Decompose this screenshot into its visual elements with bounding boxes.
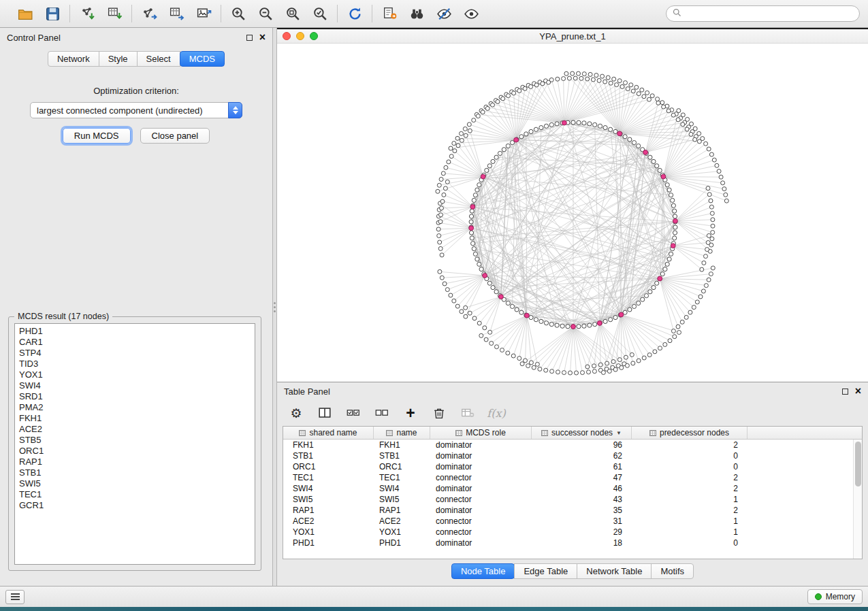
- column-grid-icon: [455, 430, 462, 436]
- network-window: YPA_prune.txt_1: [277, 28, 868, 382]
- table-row[interactable]: FKH1FKH1dominator962: [283, 440, 862, 450]
- hide-selection-icon[interactable]: [435, 5, 453, 22]
- tab-network[interactable]: Network: [48, 51, 99, 67]
- node-table-body: FKH1FKH1dominator962STB1STB1dominator620…: [283, 440, 862, 548]
- mcds-result-item[interactable]: YOX1: [15, 369, 255, 380]
- table-row[interactable]: TEC1TEC1connector472: [283, 472, 862, 483]
- delete-table-icon[interactable]: [460, 405, 476, 421]
- mcds-result-item[interactable]: PMA2: [15, 402, 255, 413]
- column-grid-icon: [649, 430, 656, 436]
- select-all-icon[interactable]: [345, 405, 361, 421]
- close-panel-icon[interactable]: ×: [259, 32, 266, 43]
- gear-icon[interactable]: ⚙: [288, 405, 304, 421]
- search-box[interactable]: [666, 5, 860, 22]
- mcds-result-item[interactable]: SWI5: [15, 478, 255, 489]
- export-image-icon[interactable]: [195, 5, 212, 22]
- column-grid-icon: [541, 430, 548, 436]
- column-header-predecessor-nodes[interactable]: predecessor nodes: [632, 427, 748, 439]
- table-row[interactable]: RAP1RAP1dominator352: [283, 505, 862, 516]
- mcds-result-item[interactable]: ORC1: [15, 446, 255, 457]
- import-table-icon[interactable]: [106, 5, 123, 22]
- import-network-icon[interactable]: [78, 5, 96, 22]
- tab-motifs[interactable]: Motifs: [651, 563, 694, 579]
- mcds-result-item[interactable]: GCR1: [15, 500, 255, 511]
- mcds-result-item[interactable]: STB1: [15, 467, 255, 478]
- float-panel-icon[interactable]: [246, 35, 253, 41]
- function-builder-icon[interactable]: f(x): [488, 405, 504, 421]
- window-zoom-button[interactable]: [310, 32, 318, 40]
- table-row[interactable]: ACE2ACE2connector311: [283, 516, 862, 527]
- table-panel: Table Panel × ⚙ +: [277, 382, 868, 586]
- node-table-header: shared namenameMCDS rolesuccessor nodes▼…: [283, 427, 862, 440]
- search-input[interactable]: [686, 9, 854, 19]
- column-header-shared-name[interactable]: shared name: [283, 427, 374, 439]
- mcds-result-group: MCDS result (17 nodes) PHD1CAR1STP4TID3Y…: [8, 316, 261, 571]
- column-grid-icon: [299, 430, 306, 436]
- control-panel: Control Panel × NetworkStyleSelectMCDS O…: [0, 28, 272, 586]
- mcds-result-item[interactable]: PHD1: [15, 326, 255, 337]
- mcds-result-item[interactable]: RAP1: [15, 457, 255, 467]
- zoom-selected-icon[interactable]: [311, 5, 329, 22]
- table-toolbar: ⚙ + f(x): [277, 400, 868, 426]
- tab-network-table[interactable]: Network Table: [577, 563, 652, 579]
- tab-edge-table[interactable]: Edge Table: [514, 563, 577, 579]
- mcds-result-item[interactable]: SWI4: [15, 380, 255, 391]
- column-header-successor-nodes[interactable]: successor nodes▼: [532, 427, 632, 439]
- save-icon[interactable]: [44, 5, 61, 22]
- mcds-result-item[interactable]: FKH1: [15, 413, 255, 424]
- table-row[interactable]: YOX1YOX1connector291: [283, 527, 862, 538]
- zoom-fit-icon[interactable]: [284, 5, 302, 22]
- zoom-in-icon[interactable]: [229, 5, 247, 22]
- memory-status-dot: [815, 593, 822, 600]
- close-table-panel-icon[interactable]: ×: [855, 386, 861, 397]
- table-row[interactable]: STB1STB1dominator620: [283, 450, 862, 461]
- window-close-button[interactable]: [283, 32, 291, 40]
- panel-splitter[interactable]: [272, 28, 277, 586]
- export-network-icon[interactable]: [140, 5, 158, 22]
- table-tabs: Node TableEdge TableNetwork TableMotifs: [277, 559, 868, 582]
- mcds-result-item[interactable]: TID3: [15, 359, 255, 369]
- show-all-icon[interactable]: [462, 5, 480, 22]
- tab-node-table[interactable]: Node Table: [451, 563, 515, 579]
- network-canvas[interactable]: [277, 44, 868, 382]
- memory-label: Memory: [826, 592, 855, 601]
- deselect-all-icon[interactable]: [374, 405, 390, 421]
- window-minimize-button[interactable]: [296, 32, 304, 40]
- delete-column-icon[interactable]: [431, 405, 447, 421]
- optimization-criterion-select[interactable]: largest connected component (undirected): [30, 102, 242, 118]
- column-grid-icon: [386, 430, 393, 436]
- mcds-result-item[interactable]: STB5: [15, 435, 255, 446]
- column-header-MCDS-role[interactable]: MCDS role: [430, 427, 532, 439]
- table-row[interactable]: SWI4SWI4dominator462: [283, 483, 862, 494]
- table-row[interactable]: SWI5SWI5connector431: [283, 494, 862, 505]
- sort-arrow-icon: ▼: [616, 430, 622, 436]
- tab-style[interactable]: Style: [99, 51, 138, 67]
- add-column-icon[interactable]: +: [402, 405, 419, 421]
- export-table-icon[interactable]: [167, 5, 185, 22]
- open-file-icon[interactable]: [16, 5, 34, 22]
- mcds-result-item[interactable]: TEC1: [15, 489, 255, 500]
- mcds-result-item[interactable]: CAR1: [15, 337, 255, 348]
- status-bar: Memory: [0, 586, 868, 607]
- column-header-name[interactable]: name: [374, 427, 430, 439]
- zoom-out-icon[interactable]: [257, 5, 274, 22]
- table-scrollbar-thumb[interactable]: [855, 442, 861, 486]
- mcds-result-item[interactable]: SRD1: [15, 391, 255, 402]
- network-from-selection-icon[interactable]: [381, 5, 398, 22]
- table-row[interactable]: ORC1ORC1dominator610: [283, 461, 862, 472]
- float-table-panel-icon[interactable]: [842, 389, 848, 395]
- refresh-layout-icon[interactable]: [346, 5, 364, 22]
- hamburger-menu-icon[interactable]: [5, 590, 25, 604]
- table-row[interactable]: PHD1PHD1dominator180: [283, 538, 862, 548]
- mcds-result-item[interactable]: ACE2: [15, 424, 255, 435]
- memory-button[interactable]: Memory: [807, 589, 863, 604]
- mcds-result-item[interactable]: STP4: [15, 348, 255, 359]
- search-network-icon[interactable]: [408, 5, 425, 22]
- mcds-result-list[interactable]: PHD1CAR1STP4TID3YOX1SWI4SRD1PMA2FKH1ACE2…: [14, 323, 255, 565]
- tab-select[interactable]: Select: [137, 51, 180, 67]
- run-mcds-button[interactable]: Run MCDS: [63, 128, 131, 144]
- close-panel-button[interactable]: Close panel: [140, 128, 210, 144]
- tab-mcds[interactable]: MCDS: [180, 51, 225, 67]
- table-scrollbar[interactable]: [853, 440, 862, 559]
- columns-icon[interactable]: [317, 405, 333, 421]
